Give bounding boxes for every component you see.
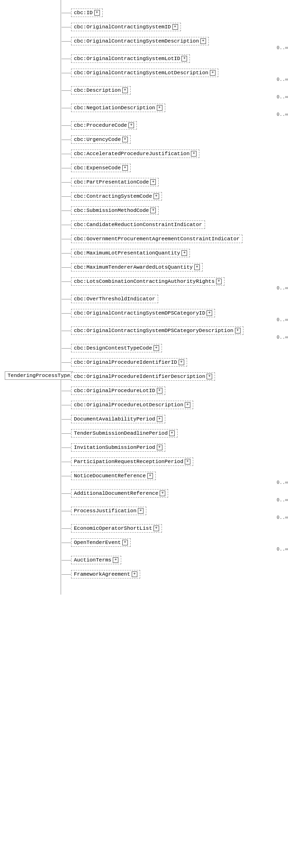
list-item: cbc:OriginalProcedureLotID + (62, 386, 288, 397)
list-item: InvitationSubmissionPeriod + (62, 443, 288, 454)
node-cbcOriginalProcedureIdentifierID[interactable]: cbc:OriginalProcedureIdentifierID + (71, 358, 187, 367)
h-connector (62, 447, 71, 448)
expand-icon[interactable]: + (147, 473, 153, 479)
node-cbcProcedureCode[interactable]: cbc:ProcedureCode + (71, 121, 137, 130)
expand-icon[interactable]: + (132, 571, 137, 577)
list-item: cbc:MaximumLotPresentationQuantity + (62, 249, 288, 259)
expand-icon[interactable]: + (160, 491, 165, 496)
expand-icon[interactable]: + (157, 416, 162, 422)
list-item: cbc:CandidateReductionConstraintIndicato… (62, 220, 288, 231)
node-label: cbc:OriginalContractingSystemDescription (74, 38, 199, 44)
node-FrameworkAgreement[interactable]: FrameworkAgreement + (71, 570, 140, 579)
h-connector (62, 281, 71, 282)
expand-icon[interactable]: + (113, 557, 118, 563)
node-cbcOriginalContractingSystemID[interactable]: cbc:OriginalContractingSystemID + (71, 23, 181, 31)
expand-icon[interactable]: + (235, 328, 241, 333)
node-cbcDescription[interactable]: cbc:Description + (71, 86, 131, 95)
node-OpenTenderEvent[interactable]: OpenTenderEvent + (71, 538, 131, 547)
node-cbcExpenseCode[interactable]: cbc:ExpenseCode + (71, 164, 131, 172)
node-AdditionalDocumentReference[interactable]: AdditionalDocumentReference + (71, 489, 168, 498)
node-cbcUrgencyCode[interactable]: cbc:UrgencyCode + (71, 135, 131, 144)
list-item: cbc:ProcedureCode + (62, 121, 288, 132)
expand-icon[interactable]: + (210, 70, 216, 76)
expand-icon[interactable]: + (94, 10, 100, 16)
node-EconomicOperatorShortList[interactable]: EconomicOperatorShortList + (71, 524, 162, 533)
expand-icon[interactable]: + (216, 279, 222, 284)
node-AuctionTerms[interactable]: AuctionTerms + (71, 556, 121, 564)
list-item: ProcessJustification + 0..∞ (62, 507, 288, 520)
expand-icon[interactable]: + (122, 165, 128, 171)
cardinality: 0..∞ (265, 95, 288, 100)
expand-icon[interactable]: + (181, 250, 187, 256)
list-item: AuctionTerms + (62, 556, 288, 566)
expand-icon[interactable]: + (122, 540, 128, 545)
node-NoticeDocumentReference[interactable]: NoticeDocumentReference + (71, 472, 156, 480)
expand-icon[interactable]: + (194, 264, 200, 270)
expand-icon[interactable]: + (150, 208, 156, 213)
expand-icon[interactable]: + (153, 345, 159, 351)
node-label: cbc:OriginalContractingSystemID (74, 24, 171, 30)
h-connector (62, 27, 71, 27)
expand-icon[interactable]: + (169, 430, 175, 436)
node-cbcLotsCombinationContractingAuthorityRights[interactable]: cbc:LotsCombinationContractingAuthorityR… (71, 277, 225, 286)
expand-icon[interactable]: + (207, 374, 212, 379)
node-cbcOriginalProcedureIdentifierDescription[interactable]: cbc:OriginalProcedureIdentifierDescripti… (71, 372, 215, 381)
h-connector (62, 168, 71, 168)
expand-icon[interactable]: + (157, 388, 162, 394)
expand-icon[interactable]: + (181, 56, 187, 61)
h-connector (62, 267, 71, 268)
node-cbcDesignContestTypeCode[interactable]: cbc:DesignContestTypeCode + (71, 344, 162, 352)
node-cbcAcceleratedProcedureJustification[interactable]: cbc:AcceleratedProcedureJustification + (71, 149, 199, 158)
cardinality: 0..∞ (265, 45, 288, 51)
node-TenderSubmissionDeadlinePeriod[interactable]: TenderSubmissionDeadlinePeriod + (71, 429, 178, 438)
cardinality: 0..∞ (265, 286, 288, 291)
expand-icon[interactable]: + (185, 459, 190, 465)
expand-icon[interactable]: + (122, 88, 128, 93)
node-cbcOriginalContractingSystemLotDescription[interactable]: cbc:OriginalContractingSystemLotDescript… (71, 69, 218, 77)
node-ParticipationRequestReceptionPeriod[interactable]: ParticipationRequestReceptionPeriod + (71, 457, 193, 466)
h-connector (62, 239, 71, 239)
expand-icon[interactable]: + (138, 508, 144, 514)
expand-icon[interactable]: + (157, 105, 162, 111)
expand-icon[interactable]: + (157, 445, 162, 450)
node-cbcPartPresentationCode[interactable]: cbc:PartPresentationCode + (71, 178, 159, 186)
node-cbcContractingSystemCode[interactable]: cbc:ContractingSystemCode + (71, 192, 162, 201)
expand-icon[interactable]: + (185, 402, 190, 408)
expand-icon[interactable]: + (207, 310, 212, 316)
node-cbcCandidateReductionConstraintIndicator[interactable]: cbc:CandidateReductionConstraintIndicato… (71, 220, 205, 229)
node-InvitationSubmissionPeriod[interactable]: InvitationSubmissionPeriod + (71, 443, 165, 452)
list-item: cbc:Description + 0..∞ (62, 86, 288, 100)
list-item: cbc:ExpenseCode + (62, 164, 288, 174)
node-cbcOriginalContractingSystemDescription[interactable]: cbc:OriginalContractingSystemDescription… (71, 37, 209, 45)
node-ProcessJustification[interactable]: ProcessJustification + (71, 507, 146, 515)
node-label: InvitationSubmissionPeriod (74, 445, 155, 450)
node-cbcMaximumTendererAwardedLotsQuantity[interactable]: cbc:MaximumTendererAwardedLotsQuantity + (71, 263, 203, 272)
node-cbcNegotiationDescription[interactable]: cbc:NegotiationDescription + (71, 104, 165, 112)
node-cbcOriginalContractingSystemDPSCategoryID[interactable]: cbc:OriginalContractingSystemDPSCategory… (71, 309, 215, 317)
list-item: cbc:GovernmentProcurementAgreementConstr… (62, 235, 288, 245)
node-cbcOriginalContractingSystemLotID[interactable]: cbc:OriginalContractingSystemLotID + (71, 54, 190, 63)
node-cbcMaximumLotPresentationQuantity[interactable]: cbc:MaximumLotPresentationQuantity + (71, 249, 190, 257)
expand-icon[interactable]: + (153, 193, 159, 199)
node-cbcOriginalContractingSystemDPSCategoryDescription[interactable]: cbc:OriginalContractingSystemDPSCategory… (71, 326, 243, 335)
node-cbcOverThresholdIndicator[interactable]: cbc:OverThresholdIndicator (71, 295, 158, 303)
node-cbcOriginalProcedureLotDescription[interactable]: cbc:OriginalProcedureLotDescription + (71, 401, 193, 409)
expand-icon[interactable]: + (150, 179, 156, 185)
expand-icon[interactable]: + (179, 359, 184, 365)
node-cbcGovernmentProcurementAgreementConstraintIndicator[interactable]: cbc:GovernmentProcurementAgreementConstr… (71, 235, 243, 243)
node-cbcSubmissionMethodCode[interactable]: cbc:SubmissionMethodCode + (71, 206, 159, 215)
list-item: OpenTenderEvent + 0..∞ (62, 538, 288, 552)
node-cbcID[interactable]: cbc:ID + (71, 9, 103, 17)
node-cbcOriginalProcedureLotID[interactable]: cbc:OriginalProcedureLotID + (71, 386, 165, 395)
node-DocumentAvailabilityPeriod[interactable]: DocumentAvailabilityPeriod + (71, 415, 165, 423)
node-label: cbc:ID (74, 10, 93, 16)
expand-icon[interactable]: + (172, 24, 178, 30)
list-item: cbc:OriginalProcedureIdentifierID + (62, 358, 288, 368)
h-connector (62, 377, 71, 377)
expand-icon[interactable]: + (122, 137, 128, 142)
expand-icon[interactable]: + (128, 123, 134, 128)
expand-icon[interactable]: + (191, 151, 197, 157)
h-connector (62, 362, 71, 363)
expand-icon[interactable]: + (153, 526, 159, 531)
expand-icon[interactable]: + (200, 38, 206, 44)
